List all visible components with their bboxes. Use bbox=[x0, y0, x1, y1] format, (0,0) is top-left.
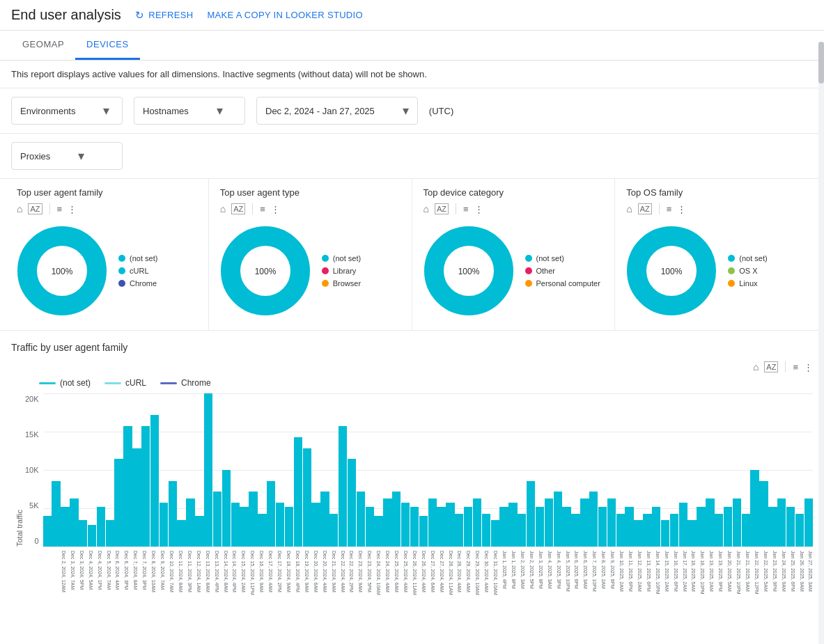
bar bbox=[482, 514, 490, 547]
chart-device-category: Top device category ⌂ AZ ≡ ⋮ 100% (not s… bbox=[412, 179, 616, 330]
bar bbox=[661, 520, 669, 547]
x-label: Jan 9, 2025, 6PM bbox=[606, 548, 615, 611]
more-icon[interactable]: ⋮ bbox=[68, 204, 77, 214]
legend-item: Browser bbox=[322, 279, 361, 288]
chart-legend: (not set) OS X Linux bbox=[728, 254, 767, 288]
legend-item: (not set) bbox=[728, 254, 767, 262]
scrollbar-track[interactable] bbox=[818, 42, 824, 622]
legend-label: cURL bbox=[125, 378, 146, 388]
az-sort-icon[interactable]: AZ bbox=[231, 203, 245, 214]
bar bbox=[724, 507, 732, 547]
traffic-section: Traffic by user agent family ⌂ AZ ≡ ⋮ (n… bbox=[0, 330, 824, 622]
legend-label: (not set) bbox=[739, 254, 767, 262]
svg-text:100%: 100% bbox=[661, 267, 683, 276]
x-label: Jan 10, 2025, 2AM bbox=[615, 548, 624, 611]
chart-legend: (not set) Other Personal computer bbox=[525, 254, 600, 288]
more-icon[interactable]: ⋮ bbox=[474, 204, 483, 214]
legend-dot bbox=[322, 267, 329, 274]
proxies-filter[interactable]: Proxies ▾ bbox=[11, 142, 123, 170]
hostnames-filter[interactable]: Hostnames ▾ bbox=[134, 97, 245, 125]
x-label: Jan 12, 2025, 2AM bbox=[633, 548, 642, 611]
bar bbox=[160, 503, 168, 547]
bar bbox=[150, 415, 159, 547]
home-icon[interactable]: ⌂ bbox=[753, 361, 759, 372]
scrollbar-thumb[interactable] bbox=[818, 42, 824, 84]
bars-container bbox=[43, 393, 813, 547]
x-label: Dec 22, 2024, 2PM bbox=[345, 548, 355, 611]
donut-container: 100% (not set) Library Browser bbox=[220, 220, 401, 322]
divider bbox=[456, 203, 456, 214]
date-range-filter[interactable]: Dec 2, 2024 - Jan 27, 2025 ▾ bbox=[256, 97, 418, 125]
x-label: Jan 2, 2025, 5PM bbox=[525, 548, 534, 611]
header: End user analysis ↻ REFRESH MAKE A COPY … bbox=[0, 0, 824, 31]
chart-title: Top user agent family bbox=[17, 187, 197, 198]
x-label: Dec 15, 2024, 2AM bbox=[237, 548, 246, 611]
proxies-label: Proxies bbox=[20, 151, 50, 162]
chart-legend: (not set) Library Browser bbox=[322, 254, 361, 288]
refresh-button[interactable]: ↻ REFRESH bbox=[135, 9, 194, 22]
az-sort-icon[interactable]: AZ bbox=[638, 203, 652, 214]
bar bbox=[410, 507, 419, 547]
charts-grid: Top user agent family ⌂ AZ ≡ ⋮ 100% (not… bbox=[0, 178, 824, 330]
az-sort-icon[interactable]: AZ bbox=[764, 361, 778, 372]
home-icon[interactable]: ⌂ bbox=[17, 203, 22, 214]
x-label: Dec 20, 2024, 4AM bbox=[318, 548, 327, 611]
bar bbox=[455, 514, 463, 547]
bar bbox=[79, 520, 87, 547]
home-icon[interactable]: ⌂ bbox=[626, 203, 632, 214]
x-label: Dec 29, 2024, 4AM bbox=[462, 548, 471, 611]
filter-icon[interactable]: ≡ bbox=[793, 362, 798, 372]
filter-icon[interactable]: ≡ bbox=[463, 204, 469, 214]
utc-label: (UTC) bbox=[429, 106, 453, 116]
bar bbox=[697, 507, 705, 547]
x-label: Dec 8, 2024, 10AM bbox=[147, 548, 156, 611]
legend-item: Other bbox=[525, 267, 600, 275]
filter-icon[interactable]: ≡ bbox=[667, 204, 672, 214]
legend-item: Linux bbox=[728, 279, 767, 288]
home-icon[interactable]: ⌂ bbox=[220, 203, 226, 214]
x-label: Jan 4, 2025, 3PM bbox=[552, 548, 561, 611]
home-icon[interactable]: ⌂ bbox=[423, 203, 429, 214]
x-label: Dec 18, 2024, 4PM bbox=[291, 548, 300, 611]
donut-chart: 100% bbox=[220, 226, 311, 316]
x-label: Jan 26, 2025, 9AM bbox=[795, 548, 804, 611]
x-label: Jan 20, 2025, 5AM bbox=[723, 548, 732, 611]
bar bbox=[366, 507, 374, 547]
more-icon[interactable]: ⋮ bbox=[804, 362, 813, 372]
divider bbox=[49, 203, 50, 214]
x-label: Jan 1, 2025, 8PM bbox=[507, 548, 516, 611]
bar bbox=[464, 507, 472, 547]
more-icon[interactable]: ⋮ bbox=[271, 204, 280, 214]
x-label: Dec 26, 2024, 11AM bbox=[408, 548, 417, 611]
chart-legend: (not set) cURL Chrome bbox=[118, 254, 157, 288]
tab-devices[interactable]: DEVICES bbox=[75, 31, 140, 60]
filter-icon[interactable]: ≡ bbox=[260, 204, 265, 214]
az-sort-icon[interactable]: AZ bbox=[28, 203, 42, 214]
bar bbox=[679, 503, 687, 547]
az-sort-icon[interactable]: AZ bbox=[435, 203, 449, 214]
x-label: Dec 3, 2024, 7AM bbox=[66, 548, 75, 611]
x-label: Dec 23, 2024, 9AM bbox=[354, 548, 363, 611]
copy-looker-button[interactable]: MAKE A COPY IN LOOKER STUDIO bbox=[207, 10, 362, 20]
legend-item: (not set) bbox=[118, 254, 157, 262]
bar bbox=[589, 492, 598, 547]
more-icon[interactable]: ⋮ bbox=[677, 204, 686, 214]
x-label: Jan 11, 2025, 6PM bbox=[624, 548, 633, 611]
chart-toolbar: ⌂ AZ ≡ ⋮ bbox=[220, 203, 401, 214]
x-label: Dec 6, 2024, 4AM bbox=[111, 548, 121, 611]
refresh-icon: ↻ bbox=[135, 9, 144, 22]
tab-geomap[interactable]: GEOMAP bbox=[11, 31, 75, 60]
filter-icon[interactable]: ≡ bbox=[57, 204, 63, 214]
bar bbox=[687, 520, 696, 547]
legend-dot bbox=[525, 280, 532, 287]
x-label: Dec 4, 2024, 1PM bbox=[93, 548, 102, 611]
bar bbox=[419, 516, 428, 547]
grid-line bbox=[43, 547, 813, 547]
x-label: Dec 20, 2024, 6AM bbox=[309, 548, 318, 611]
environments-filter[interactable]: Environments ▾ bbox=[11, 97, 123, 125]
donut-container: 100% (not set) Other Personal computer bbox=[423, 220, 604, 322]
x-label: Jan 2, 2025, 3AM bbox=[516, 548, 525, 611]
bar bbox=[267, 481, 275, 547]
donut-container: 100% (not set) OS X Linux bbox=[626, 220, 807, 322]
environments-label: Environments bbox=[20, 106, 75, 116]
